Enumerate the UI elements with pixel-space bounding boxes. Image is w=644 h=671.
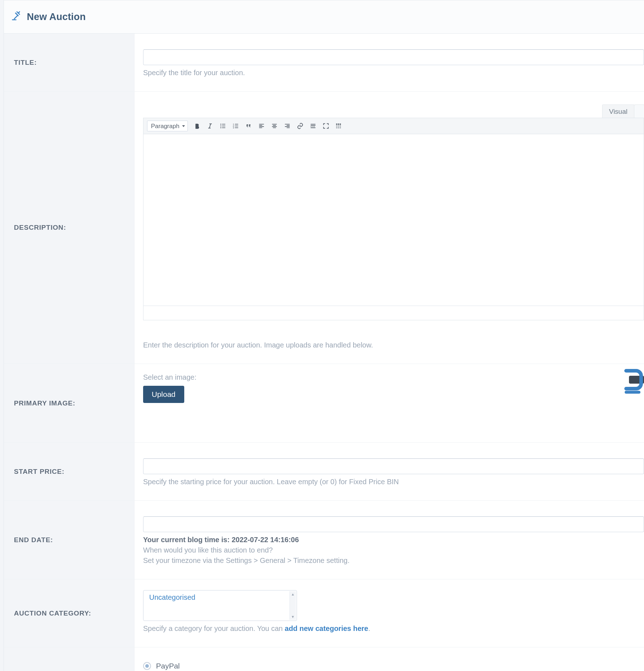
format-select-wrap: Paragraph <box>147 121 188 131</box>
label-description: DESCRIPTION: <box>4 92 135 364</box>
align-left-button[interactable] <box>256 121 267 131</box>
field-end-date: Your current blog time is: 2022-07-22 14… <box>135 501 644 579</box>
end-date-help2: When would you like this auction to end? <box>143 546 644 554</box>
svg-rect-9 <box>336 125 337 126</box>
svg-rect-12 <box>336 127 337 128</box>
chevron-up-icon: ▲ <box>291 592 295 596</box>
label-title: TITLE: <box>4 34 135 91</box>
start-price-help: Specify the starting price for your auct… <box>143 478 644 486</box>
read-more-button[interactable] <box>307 121 319 131</box>
align-right-button[interactable] <box>282 121 293 131</box>
svg-point-0 <box>220 124 221 125</box>
row-title: TITLE: Specify the title for your auctio… <box>4 34 644 92</box>
svg-rect-6 <box>336 123 337 125</box>
svg-rect-14 <box>340 127 341 128</box>
align-center-button[interactable] <box>269 121 280 131</box>
title-input[interactable] <box>143 49 644 65</box>
field-payment: PayPal Bank/Wire Transfer <box>135 647 644 671</box>
field-description: Visual Paragraph <box>135 92 644 364</box>
ul-button[interactable] <box>217 121 229 131</box>
kitchensink-button[interactable] <box>333 121 345 131</box>
payment-option-paypal[interactable]: PayPal <box>143 662 644 670</box>
svg-text:3: 3 <box>233 127 234 129</box>
label-payment <box>4 647 135 671</box>
category-option-uncategorised[interactable]: Uncategorised <box>149 593 294 602</box>
row-payment: PayPal Bank/Wire Transfer <box>4 647 644 671</box>
row-description: DESCRIPTION: Visual Paragraph <box>4 92 644 364</box>
chevron-down-icon: ▼ <box>291 615 295 619</box>
field-primary-image: Select an image: Upload <box>135 364 644 442</box>
editor-statusbar <box>143 306 644 320</box>
svg-rect-7 <box>338 123 339 125</box>
editor-toolbar: Paragraph 123 <box>143 118 644 134</box>
editor-content-area[interactable] <box>143 134 644 306</box>
row-primary-image: PRIMARY IMAGE: Select an image: Upload <box>4 364 644 443</box>
start-price-input[interactable] <box>143 458 644 474</box>
radio-icon[interactable] <box>143 662 151 670</box>
svg-rect-13 <box>338 127 339 128</box>
svg-rect-11 <box>340 125 341 126</box>
row-start-price: START PRICE: Specify the starting price … <box>4 443 644 501</box>
end-date-input[interactable] <box>143 516 644 532</box>
row-end-date: END DATE: Your current blog time is: 202… <box>4 501 644 579</box>
fullscreen-button[interactable] <box>320 121 332 131</box>
italic-button[interactable] <box>204 121 216 131</box>
title-help: Specify the title for your auction. <box>143 69 644 77</box>
page-header: New Auction <box>4 0 644 34</box>
editor-tab-text[interactable] <box>634 104 644 118</box>
blockquote-button[interactable] <box>243 121 254 131</box>
svg-rect-10 <box>338 125 339 126</box>
svg-rect-8 <box>340 123 341 125</box>
field-auction-category: Uncategorised ▲ ▼ Specify a category for… <box>135 579 644 647</box>
editor-tabs: Visual <box>143 104 644 118</box>
ol-button[interactable]: 123 <box>230 121 241 131</box>
label-auction-category: AUCTION CATEGORY: <box>4 579 135 647</box>
label-primary-image: PRIMARY IMAGE: <box>4 364 135 442</box>
field-title: Specify the title for your auction. <box>135 34 644 91</box>
label-end-date: END DATE: <box>4 501 135 579</box>
field-start-price: Specify the starting price for your auct… <box>135 443 644 500</box>
add-categories-link[interactable]: add new categories here <box>285 624 368 632</box>
editor-tab-visual[interactable]: Visual <box>602 104 634 118</box>
label-start-price: START PRICE: <box>4 443 135 500</box>
description-help: Enter the description for your auction. … <box>143 341 644 349</box>
category-select[interactable]: Uncategorised ▲ ▼ <box>143 590 297 621</box>
end-date-help3: Set your timezone via the Settings > Gen… <box>143 556 644 565</box>
format-select[interactable]: Paragraph <box>147 121 188 131</box>
link-button[interactable] <box>294 121 306 131</box>
auction-form: TITLE: Specify the title for your auctio… <box>4 34 644 671</box>
category-scrollbar[interactable]: ▲ ▼ <box>289 591 296 620</box>
bold-button[interactable] <box>191 121 203 131</box>
wysiwyg-editor: Visual Paragraph <box>143 104 644 320</box>
category-help: Specify a category for your auction. You… <box>143 624 644 633</box>
image-prompt: Select an image: <box>143 373 644 381</box>
upload-button[interactable]: Upload <box>143 386 184 403</box>
page-title: New Auction <box>27 11 86 23</box>
end-date-time: Your current blog time is: 2022-07-22 14… <box>143 536 644 544</box>
svg-point-2 <box>220 127 221 128</box>
gavel-icon <box>11 10 22 23</box>
svg-point-1 <box>220 126 221 127</box>
row-auction-category: AUCTION CATEGORY: Uncategorised ▲ ▼ Spec… <box>4 579 644 647</box>
